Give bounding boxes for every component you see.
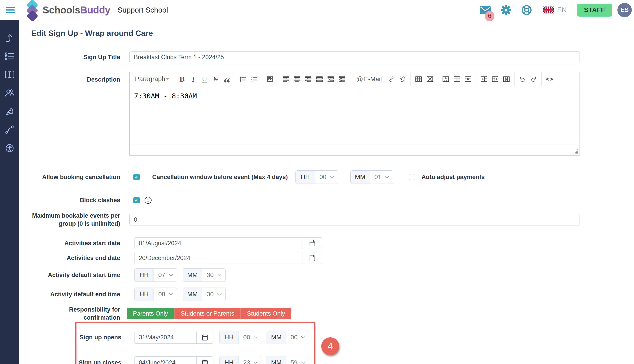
opens-hh-select[interactable]: 00	[239, 331, 261, 344]
end-date-input[interactable]	[134, 252, 302, 264]
end-time-hh-select[interactable]: 08	[154, 288, 177, 301]
closes-hh-select[interactable]: 23	[239, 356, 261, 364]
numbered-list-icon[interactable]: 123	[248, 74, 260, 84]
sign-up-opens-date-input[interactable]	[134, 331, 196, 344]
hh-value: 08	[158, 291, 165, 298]
outdent-icon[interactable]	[336, 74, 348, 84]
insert-row-below-icon[interactable]	[451, 74, 462, 84]
bullet-list-icon[interactable]	[237, 74, 248, 84]
chevron-down-icon	[169, 293, 173, 296]
closes-hh-group: HH 23	[219, 356, 262, 364]
delete-table-icon[interactable]	[424, 74, 435, 84]
paragraph-style-dropdown[interactable]: Paragraph	[132, 75, 172, 83]
responsibility-label: Responsibility for confirmation	[32, 306, 120, 322]
sign-up-opens-calendar-button[interactable]	[196, 331, 214, 344]
accessibility-icon[interactable]	[0, 139, 19, 157]
italic-button[interactable]: I	[188, 74, 199, 84]
max-bookable-label-line1: Maximum bookable events per	[32, 212, 120, 220]
logo-text-primary: Schools	[42, 4, 80, 16]
opens-mm-group: MM 00	[266, 330, 309, 344]
end-time-mm-select[interactable]: 30	[202, 288, 225, 301]
insert-image-icon[interactable]	[264, 74, 276, 84]
align-left-icon[interactable]	[280, 74, 292, 84]
start-time-mm-select[interactable]: 30	[202, 268, 225, 282]
cancellation-hh-select[interactable]: 00	[315, 170, 338, 184]
block-clashes-checkbox[interactable]: ✓	[134, 197, 140, 203]
description-content[interactable]: 7:30AM - 8:30AM	[130, 86, 580, 145]
start-time-hh-select[interactable]: 07	[154, 268, 177, 282]
delete-row-icon[interactable]	[462, 74, 474, 84]
start-time-mm-group: MM 30	[183, 268, 226, 282]
delete-column-icon[interactable]	[501, 74, 512, 84]
language-selector[interactable]: EN	[543, 6, 567, 14]
settings-gear-icon[interactable]	[500, 4, 512, 16]
end-date-calendar-button[interactable]	[302, 252, 322, 264]
chevron-down-icon	[169, 274, 173, 276]
pizza-icon[interactable]	[0, 102, 19, 120]
opens-hh-group: HH 00	[219, 330, 262, 344]
schoolsbuddy-logo[interactable]: SchoolsBuddy	[24, 0, 110, 20]
resize-handle-icon[interactable]	[573, 149, 579, 154]
paragraph-style-label: Paragraph	[135, 75, 165, 83]
users-icon[interactable]	[0, 84, 19, 102]
auto-adjust-label: Auto adjust payments	[422, 174, 485, 181]
undo-icon[interactable]	[517, 74, 528, 84]
source-code-icon[interactable]: <>	[544, 74, 555, 84]
max-bookable-input[interactable]	[129, 214, 580, 226]
start-date-calendar-button[interactable]	[302, 237, 322, 249]
svg-text:3: 3	[251, 80, 252, 82]
strikethrough-button[interactable]: S	[210, 74, 221, 84]
bold-button[interactable]: B	[176, 74, 188, 84]
help-lifering-icon[interactable]	[521, 4, 532, 16]
list-icon[interactable]	[0, 47, 19, 66]
sign-up-title-row: Sign Up Title	[32, 51, 621, 63]
sign-up-closes-calendar-button[interactable]	[196, 356, 214, 364]
email-link-button[interactable]: @ E-Mail	[352, 74, 386, 84]
responsibility-option-students-only[interactable]: Students Only	[241, 308, 292, 320]
remove-link-icon[interactable]	[397, 74, 408, 84]
route-icon[interactable]	[0, 120, 19, 139]
avatar[interactable]: ES	[618, 3, 632, 17]
start-date-input[interactable]	[134, 237, 302, 249]
hh-label: HH	[296, 170, 315, 184]
underline-button[interactable]: U	[199, 74, 210, 84]
closes-mm-group: MM 59	[266, 356, 309, 364]
return-up-icon[interactable]	[0, 29, 19, 47]
closes-mm-select[interactable]: 59	[286, 356, 309, 364]
cancellation-checkbox[interactable]: ✓	[134, 174, 140, 180]
indent-icon[interactable]	[325, 74, 336, 84]
rich-text-editor: Paragraph B I U S “	[129, 72, 580, 156]
school-name: Support School	[118, 6, 168, 14]
cancellation-window-label: Cancellation window before event (Max 4 …	[152, 174, 288, 181]
responsibility-option-parents-only[interactable]: Parents Only	[127, 308, 174, 320]
align-justify-icon[interactable]	[314, 74, 325, 84]
calendar-icon	[310, 240, 315, 246]
responsibility-row: Responsibility for confirmation Parents …	[32, 306, 621, 322]
insert-column-before-icon[interactable]	[478, 74, 490, 84]
cancellation-controls: ✓ Cancellation window before event (Max …	[134, 170, 485, 184]
responsibility-option-students-or-parents[interactable]: Students or Parents	[174, 308, 241, 320]
sign-up-closes-date-input[interactable]	[134, 356, 196, 364]
info-icon[interactable]: i	[144, 197, 152, 204]
opens-mm-select[interactable]: 00	[286, 331, 309, 344]
auto-adjust-checkbox[interactable]	[409, 174, 415, 180]
redo-icon[interactable]	[528, 74, 539, 84]
insert-row-above-icon[interactable]	[440, 74, 451, 84]
uk-flag-icon	[543, 6, 554, 14]
insert-link-icon[interactable]	[386, 74, 397, 84]
sign-up-title-input[interactable]	[129, 51, 580, 63]
align-center-icon[interactable]	[292, 74, 303, 84]
book-icon[interactable]	[0, 66, 19, 84]
mm-value: 00	[290, 334, 298, 341]
toolbar-group-rows	[438, 72, 476, 86]
align-right-icon[interactable]	[303, 74, 314, 84]
insert-column-after-icon[interactable]	[490, 74, 501, 84]
mail-icon[interactable]: 6	[480, 4, 491, 16]
sign-up-opens-date-control	[134, 331, 214, 344]
hamburger-menu-icon[interactable]	[6, 7, 15, 13]
cancellation-mm-select[interactable]: 01	[370, 170, 393, 184]
end-time-hh-group: HH 08	[134, 288, 177, 301]
insert-table-icon[interactable]	[413, 74, 424, 84]
blockquote-button[interactable]: “	[221, 77, 232, 88]
staff-button[interactable]: STAFF	[577, 4, 612, 16]
